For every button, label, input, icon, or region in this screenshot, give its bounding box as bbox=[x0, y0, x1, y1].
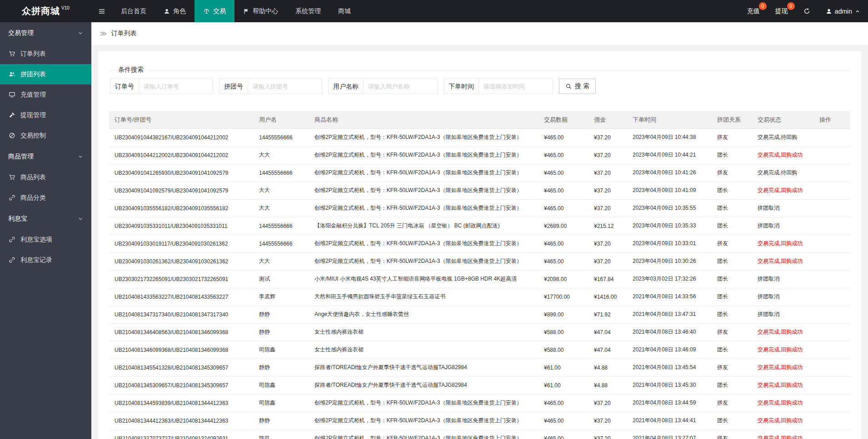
cell-relation: 拼友 bbox=[712, 429, 752, 439]
order-time-input[interactable] bbox=[479, 79, 553, 94]
cell-operation bbox=[814, 217, 850, 235]
cell-status: 交易完成,回购成功 bbox=[752, 182, 814, 199]
cell-relation: 团长 bbox=[712, 376, 752, 394]
sidebar-item-0-2[interactable]: 充值管理 bbox=[0, 84, 91, 105]
sidebar-item-2-0[interactable]: 利息宝选项 bbox=[0, 229, 91, 250]
cell-product: 女士性感内裤连衣裙 bbox=[309, 341, 539, 359]
refresh-button[interactable] bbox=[796, 0, 818, 22]
sidebar-group-0[interactable]: 交易管理 bbox=[0, 22, 91, 44]
cell-product: 创维2P定频立式柜机，型号：KFR-50LW/F2DA1A-3（限如皋地区免费送… bbox=[309, 199, 539, 217]
cell-relation: 拼友 bbox=[712, 164, 752, 182]
sidebar-item-0-1[interactable]: 拼团列表 bbox=[0, 64, 91, 84]
status-text: 交易完成,待回购 bbox=[758, 169, 797, 176]
sidebar-item-label: 利息宝记录 bbox=[20, 256, 52, 264]
cell-relation: 团长 bbox=[712, 270, 752, 288]
cell-amount: ¥465.00 bbox=[539, 182, 589, 199]
cell-time: 2021年04月08日 13:46:09 bbox=[627, 341, 712, 359]
cell-status: 交易完成,回购成功 bbox=[752, 412, 814, 429]
cell-product: 创维2P定频立式柜机，型号：KFR-50LW/F2DA1A-3（限如皋地区免费送… bbox=[309, 394, 539, 412]
user-name-input[interactable] bbox=[364, 79, 438, 94]
cell-amount: ¥465.00 bbox=[539, 412, 589, 429]
cell-amount: ¥17700.00 bbox=[539, 288, 589, 306]
hamburger-icon[interactable] bbox=[91, 0, 112, 22]
sidebar-item-1-0[interactable]: 商品列表 bbox=[0, 167, 91, 187]
order-no-input[interactable] bbox=[139, 79, 213, 94]
cell-time: 2023年04月09日 10:44:38 bbox=[627, 128, 712, 146]
cell-order: UB2104081345309657/UB2104081345309657 bbox=[109, 376, 254, 394]
group-no-input[interactable] bbox=[248, 79, 322, 94]
cell-relation: 团长 bbox=[712, 199, 752, 217]
cell-amount: ¥465.00 bbox=[539, 394, 589, 412]
withdraw-button[interactable]: 提现 0 bbox=[768, 0, 796, 22]
chevron-down-icon bbox=[78, 216, 83, 222]
chevron-down-icon bbox=[78, 154, 83, 159]
recharge-badge: 0 bbox=[759, 2, 767, 10]
app-root: 众拼商城V10 后台首页角色交易帮助中心系统管理商城 充值 0 提现 0 bbox=[0, 0, 868, 439]
cell-product: Ange天使情趣内衣，女士性感睡衣蕾丝 bbox=[309, 306, 539, 323]
sidebar-item-1-1[interactable]: 商品分类 bbox=[0, 187, 91, 208]
topnav-item-3[interactable]: 帮助中心 bbox=[234, 0, 287, 22]
cell-commission: ¥37.20 bbox=[589, 429, 627, 439]
cell-time: 2021年04月08日 13:44:59 bbox=[627, 394, 712, 412]
cell-user: 司陈鑫 bbox=[254, 376, 309, 394]
cell-amount: ¥2098.00 bbox=[539, 270, 589, 288]
search-button[interactable]: 搜 索 bbox=[559, 79, 596, 94]
status-text: 拼团取消 bbox=[758, 222, 779, 229]
order-time-label: 下单时间 bbox=[444, 79, 479, 94]
group-icon bbox=[8, 71, 16, 78]
link-icon bbox=[8, 256, 16, 263]
topnav-item-0[interactable]: 后台首页 bbox=[112, 0, 155, 22]
topnav-item-label: 帮助中心 bbox=[253, 7, 278, 15]
hammer-icon bbox=[8, 112, 16, 118]
cell-amount: ¥465.00 bbox=[539, 199, 589, 217]
topnav-item-1[interactable]: 角色 bbox=[155, 0, 195, 22]
sidebar-item-0-4[interactable]: 交易控制 bbox=[0, 125, 91, 146]
top-nav-right: 充值 0 提现 0 admin bbox=[739, 0, 868, 22]
recharge-button[interactable]: 充值 0 bbox=[739, 0, 768, 22]
refresh-icon bbox=[803, 8, 810, 15]
table-row: UB2304091035556182/UB2304091035556182大大创… bbox=[109, 199, 850, 217]
sidebar-item-2-1[interactable]: 利息宝记录 bbox=[0, 250, 91, 270]
user-icon bbox=[164, 8, 170, 15]
cell-user: 大大 bbox=[254, 182, 309, 199]
search-icon bbox=[565, 83, 572, 89]
app-logo: 众拼商城V10 bbox=[0, 0, 91, 22]
admin-menu[interactable]: admin bbox=[818, 0, 868, 22]
cell-product: 探路者/TOREADt恤女户外夏季快干速干透气运动服TAJG82984 bbox=[309, 376, 539, 394]
topnav-item-5[interactable]: 商城 bbox=[329, 0, 359, 22]
user-icon bbox=[826, 8, 832, 15]
topnav-item-2[interactable]: 交易 bbox=[195, 0, 234, 22]
cell-commission: ¥47.04 bbox=[589, 323, 627, 341]
cell-relation: 团长 bbox=[712, 217, 752, 235]
topnav-item-4[interactable]: 系统管理 bbox=[287, 0, 329, 22]
cell-product: 创维2P定频立式柜机，型号：KFR-50LW/F2DA1A-3（限如皋地区免费送… bbox=[309, 182, 539, 199]
link-icon bbox=[8, 236, 16, 243]
withdraw-badge: 0 bbox=[787, 2, 795, 10]
cell-amount: ¥465.00 bbox=[539, 235, 589, 252]
cell-user: 静静 bbox=[254, 306, 309, 323]
table-row: UB2104081433563227/UB2104081433563227李孟辉… bbox=[109, 288, 850, 306]
sidebar-item-0-3[interactable]: 提现管理 bbox=[0, 105, 91, 125]
cell-time: 2021年04月08日 13:27:07 bbox=[627, 429, 712, 439]
status-text: 拼团取消 bbox=[758, 205, 779, 211]
cell-time: 2023年04月09日 10:35:33 bbox=[627, 217, 712, 235]
cell-time: 2021年04月08日 14:33:56 bbox=[627, 288, 712, 306]
column-header: 交易数额 bbox=[539, 111, 589, 128]
cell-operation bbox=[814, 288, 850, 306]
sidebar-group-2[interactable]: 利息宝 bbox=[0, 208, 91, 229]
search-bar: 订单号 拼团号 用户名称 下单时间 bbox=[109, 79, 850, 94]
cell-commission: ¥37.20 bbox=[589, 146, 627, 164]
sidebar-group-label: 交易管理 bbox=[8, 29, 34, 37]
cell-commission: ¥4.88 bbox=[589, 359, 627, 376]
status-text: 交易完成,回购成功 bbox=[758, 152, 803, 158]
sidebar-group-1[interactable]: 商品管理 bbox=[0, 146, 91, 167]
table-header-row: 订单号/拼团号用户名商品名称交易数额佣金下单时间拼团关系交易状态操作 bbox=[109, 111, 850, 128]
search-group-group-no: 拼团号 bbox=[219, 79, 322, 94]
cell-amount: ¥588.00 bbox=[539, 323, 589, 341]
cell-status: 交易完成,回购成功 bbox=[752, 376, 814, 394]
table-row: UB2304091041092579/UB2304091041092579大大创… bbox=[109, 182, 850, 199]
sidebar-item-0-0[interactable]: 订单列表 bbox=[0, 44, 91, 64]
sidebar-group-label: 利息宝 bbox=[8, 215, 27, 223]
cell-relation: 团长 bbox=[712, 288, 752, 306]
cell-time: 2023年04月09日 10:44:21 bbox=[627, 146, 712, 164]
